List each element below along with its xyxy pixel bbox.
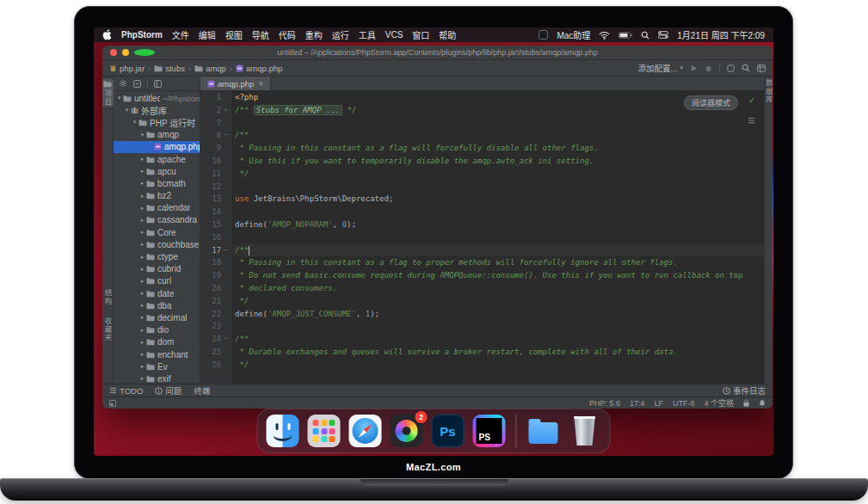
menubar-menu-2[interactable]: 编辑 [199,28,216,41]
tab-amqp-php[interactable]: amqp.php× [200,77,271,90]
menubar-menu-6[interactable]: 重构 [305,28,323,41]
menubar-assistant[interactable]: Mac助理 [557,28,590,41]
dock-launchpad-icon[interactable] [308,415,341,447]
menubar-menu-phpstorm[interactable]: PhpStorm [121,30,163,40]
tree-item-enchant[interactable]: ▸enchant [114,348,200,360]
tree-item-dio[interactable]: ▸dio [114,324,200,336]
fold-marker-icon[interactable]: + [221,104,231,117]
tree-arrow-icon[interactable]: ▾ [139,132,145,138]
code-line-15[interactable]: 15define('AMQP_NOPARAM', 0); [200,218,764,231]
stripe-structure-button[interactable]: 结构 [102,289,113,305]
control-center-icon[interactable] [658,31,668,39]
tree-item-decimal[interactable]: ▸decimal [114,311,200,323]
status-php-version[interactable]: PHP: 5.6 [589,399,620,408]
dock-phpstorm-icon[interactable]: PS [473,415,506,447]
code-line-11[interactable]: 11 */ [200,168,764,181]
dock-trash-icon[interactable] [569,415,601,447]
spotlight-search-icon[interactable] [641,31,649,40]
menubar-menu-7[interactable]: 运行 [332,28,349,41]
lock-icon[interactable] [743,399,749,407]
run-icon[interactable] [690,65,698,72]
code-line-1[interactable]: 1<?php [200,91,764,104]
status-line-separator[interactable]: LF [654,399,663,408]
stripe-database-button[interactable]: 数据库 [764,79,773,104]
code-line-16[interactable]: 16 [200,231,764,244]
layout-icon[interactable] [757,65,766,72]
wifi-icon[interactable] [599,31,610,40]
dock-finder-icon[interactable] [267,415,299,447]
dock-app-swirl-icon[interactable]: 2 [391,415,423,447]
code-line-23[interactable]: 23 [200,320,764,333]
tree-arrow-icon[interactable]: ▸ [139,290,145,297]
status-indent[interactable]: 4 个空格 [704,397,734,409]
apple-logo-icon[interactable] [102,29,112,40]
inspections-widget-icon[interactable] [748,111,755,127]
menubar-menu-11[interactable]: 帮助 [439,28,456,41]
code-line-19[interactable]: 19 * Do not send basic.consume request d… [200,269,764,282]
dock-photoshop-icon[interactable]: Ps [432,415,465,447]
tree-item-exif[interactable]: ▸exif [114,372,200,384]
code-line-26[interactable]: 26 */ [200,359,764,372]
code-line-18[interactable]: 18 * Passing in this constant as a flag … [200,256,764,269]
tree-arrow-icon[interactable]: ▸ [139,375,145,382]
dock-safari-icon[interactable] [349,415,382,447]
code-line-12[interactable]: 12 [200,181,764,194]
tree-arrow-icon[interactable]: ▸ [139,351,145,358]
fold-marker-icon[interactable]: – [221,244,231,257]
tree-item-amqp[interactable]: ▾amqp [114,129,200,141]
tree-arrow-icon[interactable]: ▸ [139,314,145,321]
code-line-7[interactable]: 7 [200,117,764,130]
assistant-app-icon[interactable] [539,30,548,40]
menubar-clock[interactable]: 1月21日 周四 下午2:09 [677,28,765,41]
tree-arrow-icon[interactable]: ▸ [139,339,145,346]
run-config-selector[interactable]: 添加配置...▾ [638,62,683,74]
fold-marker-icon[interactable]: – [221,333,231,346]
stripe-project-button[interactable]: 项目 [102,79,114,107]
breadcrumb-amqp-php[interactable]: amqp.php [236,64,282,73]
code-line-14[interactable]: 14 [200,206,764,218]
code-line-17[interactable]: 17–/** [200,244,764,257]
gear-icon[interactable] [119,79,127,88]
tree-item-dom[interactable]: ▸dom [114,336,200,348]
code-line-24[interactable]: 24–/** [200,333,764,346]
tree-arrow-icon[interactable]: ▸ [139,217,145,224]
code-line-13[interactable]: 13use JetBrains\PhpStorm\Deprecated; [200,193,764,206]
menubar-menu-4[interactable]: 导航 [252,28,269,41]
tree-item-cassandra[interactable]: ▸cassandra [114,214,200,226]
tree-arrow-icon[interactable]: ▾ [116,95,122,101]
collapse-all-icon[interactable] [133,80,141,88]
dock-downloads-icon[interactable] [527,415,560,447]
toolwindow-toggle-icon[interactable] [109,400,116,407]
tree-item-php[interactable]: ▾PHP 运行时 [114,116,200,128]
fold-marker-icon[interactable]: – [221,129,231,142]
code-line-2[interactable]: 2+/** Stubs for AMQP ... */ [200,104,764,117]
tree-arrow-icon[interactable]: ▸ [139,168,145,175]
tree-arrow-icon[interactable]: ▸ [139,254,145,261]
box-icon[interactable] [727,65,735,72]
tree-item-amqp-php[interactable]: amqp.php [114,141,200,153]
breadcrumb-php-jar[interactable]: php.jar [109,64,145,73]
menubar-menu-3[interactable]: 视图 [225,28,243,41]
tree-arrow-icon[interactable]: ▸ [139,205,145,212]
menubar-menu-5[interactable]: 代码 [279,28,296,41]
breadcrumb-stubs[interactable]: stubs [154,64,185,73]
tree-item-calendar[interactable]: ▸calendar [114,202,200,214]
tree-item-apcu[interactable]: ▸apcu [114,165,200,177]
code-line-20[interactable]: 20 * declared consumers. [200,282,764,295]
tree-item-ctype[interactable]: ▸ctype [114,250,200,262]
menubar-menu-1[interactable]: 文件 [172,28,189,41]
toolwindow-problems[interactable]: 问题 [155,384,182,396]
tree-item-couchbase[interactable]: ▸couchbase [114,238,200,250]
tree-arrow-icon[interactable]: ▾ [132,119,138,126]
tree-arrow-icon[interactable]: ▸ [139,278,145,285]
stripe-favorites-button[interactable]: 收藏夹 [102,317,113,342]
tree-arrow-icon[interactable]: ▸ [139,363,145,370]
tree-arrow-icon[interactable]: ▾ [124,107,130,114]
reader-mode-pill[interactable]: 阅读器模式 [684,95,738,110]
tree-item-curl[interactable]: ▸curl [114,275,200,287]
tree-arrow-icon[interactable]: ▸ [139,327,145,334]
minimize-window-button[interactable] [122,49,129,56]
tree-item-ev[interactable]: ▸Ev [114,360,200,372]
tree-arrow-icon[interactable]: ▸ [139,156,145,163]
tree-item-cubrid[interactable]: ▸cubrid [114,263,200,275]
